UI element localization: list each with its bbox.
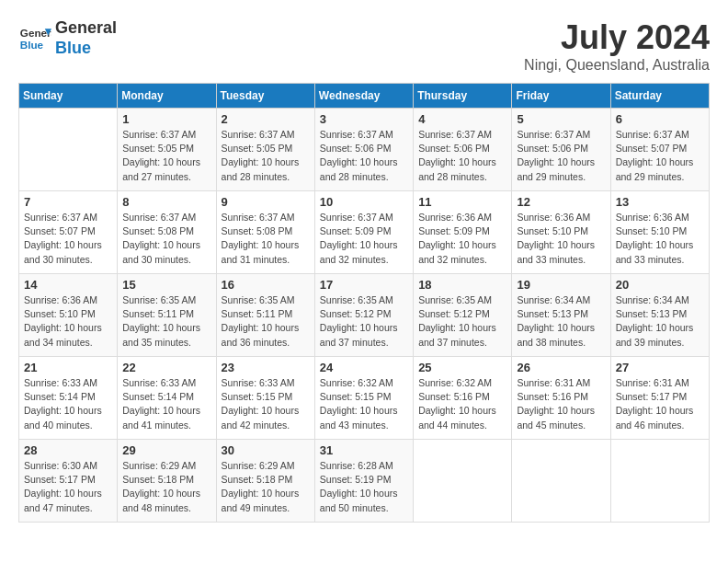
calendar-week-4: 21Sunrise: 6:33 AM Sunset: 5:14 PM Dayli…: [19, 357, 710, 440]
calendar-cell: 18Sunrise: 6:35 AM Sunset: 5:12 PM Dayli…: [414, 274, 512, 357]
calendar-cell: 23Sunrise: 6:33 AM Sunset: 5:15 PM Dayli…: [216, 357, 314, 440]
day-number: 9: [222, 195, 310, 209]
col-friday: Friday: [512, 84, 610, 109]
day-number: 3: [320, 112, 408, 126]
calendar-cell: 4Sunrise: 6:37 AM Sunset: 5:06 PM Daylig…: [414, 109, 512, 191]
day-info: Sunrise: 6:35 AM Sunset: 5:12 PM Dayligh…: [320, 293, 408, 350]
calendar-week-3: 14Sunrise: 6:36 AM Sunset: 5:10 PM Dayli…: [19, 274, 710, 357]
calendar-cell: 24Sunrise: 6:32 AM Sunset: 5:15 PM Dayli…: [314, 357, 413, 440]
calendar-week-2: 7Sunrise: 6:37 AM Sunset: 5:07 PM Daylig…: [19, 191, 710, 274]
day-info: Sunrise: 6:36 AM Sunset: 5:10 PM Dayligh…: [24, 293, 112, 350]
logo-general: General: [55, 18, 117, 37]
day-info: Sunrise: 6:34 AM Sunset: 5:13 PM Dayligh…: [517, 293, 605, 350]
calendar-cell: 22Sunrise: 6:33 AM Sunset: 5:14 PM Dayli…: [118, 357, 216, 440]
day-number: 31: [320, 443, 408, 457]
svg-text:General: General: [20, 27, 51, 39]
calendar-header: Sunday Monday Tuesday Wednesday Thursday…: [19, 84, 710, 109]
day-info: Sunrise: 6:33 AM Sunset: 5:15 PM Dayligh…: [222, 376, 310, 432]
day-info: Sunrise: 6:37 AM Sunset: 5:06 PM Dayligh…: [418, 128, 506, 184]
day-info: Sunrise: 6:37 AM Sunset: 5:08 PM Dayligh…: [122, 211, 210, 267]
col-saturday: Saturday: [610, 84, 709, 109]
col-sunday: Sunday: [19, 84, 118, 109]
calendar-cell: 27Sunrise: 6:31 AM Sunset: 5:17 PM Dayli…: [610, 357, 709, 440]
day-number: 4: [418, 112, 506, 126]
day-number: 17: [320, 278, 408, 292]
day-number: 20: [616, 278, 704, 292]
day-info: Sunrise: 6:33 AM Sunset: 5:14 PM Dayligh…: [122, 376, 210, 432]
day-number: 18: [418, 278, 506, 292]
day-info: Sunrise: 6:37 AM Sunset: 5:09 PM Dayligh…: [320, 211, 408, 267]
calendar-cell: [610, 440, 709, 523]
calendar-cell: 6Sunrise: 6:37 AM Sunset: 5:07 PM Daylig…: [610, 109, 709, 191]
day-info: Sunrise: 6:36 AM Sunset: 5:09 PM Dayligh…: [418, 211, 506, 267]
day-info: Sunrise: 6:31 AM Sunset: 5:17 PM Dayligh…: [616, 376, 704, 432]
day-info: Sunrise: 6:37 AM Sunset: 5:06 PM Dayligh…: [517, 128, 605, 184]
calendar-cell: 21Sunrise: 6:33 AM Sunset: 5:14 PM Dayli…: [19, 357, 118, 440]
logo-icon: General Blue: [18, 22, 51, 55]
day-info: Sunrise: 6:36 AM Sunset: 5:10 PM Dayligh…: [616, 211, 704, 267]
calendar-cell: 5Sunrise: 6:37 AM Sunset: 5:06 PM Daylig…: [512, 109, 610, 191]
day-number: 13: [616, 195, 704, 209]
day-info: Sunrise: 6:37 AM Sunset: 5:05 PM Dayligh…: [122, 128, 210, 184]
day-number: 22: [122, 361, 210, 374]
calendar-cell: 30Sunrise: 6:29 AM Sunset: 5:18 PM Dayli…: [216, 440, 314, 523]
day-number: 8: [122, 195, 210, 209]
day-number: 26: [517, 361, 605, 374]
calendar-cell: 14Sunrise: 6:36 AM Sunset: 5:10 PM Dayli…: [19, 274, 118, 357]
logo: General Blue General Blue: [18, 18, 117, 58]
page-header: General Blue General Blue July 2024 Ning…: [18, 18, 710, 74]
day-info: Sunrise: 6:30 AM Sunset: 5:17 PM Dayligh…: [24, 459, 112, 515]
day-number: 23: [222, 361, 310, 374]
day-info: Sunrise: 6:31 AM Sunset: 5:16 PM Dayligh…: [517, 376, 605, 432]
calendar-cell: [414, 440, 512, 523]
month-year-title: July 2024: [524, 18, 710, 57]
day-info: Sunrise: 6:33 AM Sunset: 5:14 PM Dayligh…: [24, 376, 112, 432]
day-number: 16: [222, 278, 310, 292]
calendar-cell: 25Sunrise: 6:32 AM Sunset: 5:16 PM Dayli…: [414, 357, 512, 440]
location-subtitle: Ningi, Queensland, Australia: [524, 57, 710, 74]
calendar-cell: 10Sunrise: 6:37 AM Sunset: 5:09 PM Dayli…: [314, 191, 413, 274]
day-info: Sunrise: 6:35 AM Sunset: 5:11 PM Dayligh…: [222, 293, 310, 350]
day-number: 28: [24, 443, 112, 457]
day-info: Sunrise: 6:36 AM Sunset: 5:10 PM Dayligh…: [517, 211, 605, 267]
day-number: 12: [517, 195, 605, 209]
day-info: Sunrise: 6:32 AM Sunset: 5:15 PM Dayligh…: [320, 376, 408, 432]
calendar-cell: 26Sunrise: 6:31 AM Sunset: 5:16 PM Dayli…: [512, 357, 610, 440]
calendar-cell: 1Sunrise: 6:37 AM Sunset: 5:05 PM Daylig…: [118, 109, 216, 191]
calendar-cell: 28Sunrise: 6:30 AM Sunset: 5:17 PM Dayli…: [19, 440, 118, 523]
logo-text: General Blue: [55, 18, 117, 58]
day-number: 15: [122, 278, 210, 292]
title-area: July 2024 Ningi, Queensland, Australia: [524, 18, 710, 74]
calendar-cell: 9Sunrise: 6:37 AM Sunset: 5:08 PM Daylig…: [216, 191, 314, 274]
day-info: Sunrise: 6:35 AM Sunset: 5:11 PM Dayligh…: [122, 293, 210, 350]
day-info: Sunrise: 6:37 AM Sunset: 5:08 PM Dayligh…: [222, 211, 310, 267]
day-info: Sunrise: 6:37 AM Sunset: 5:07 PM Dayligh…: [24, 211, 112, 267]
calendar-cell: 15Sunrise: 6:35 AM Sunset: 5:11 PM Dayli…: [118, 274, 216, 357]
day-info: Sunrise: 6:34 AM Sunset: 5:13 PM Dayligh…: [616, 293, 704, 350]
calendar-table: Sunday Monday Tuesday Wednesday Thursday…: [18, 83, 710, 523]
calendar-cell: [512, 440, 610, 523]
day-number: 5: [517, 112, 605, 126]
svg-text:Blue: Blue: [20, 38, 44, 50]
day-number: 30: [222, 443, 310, 457]
day-info: Sunrise: 6:35 AM Sunset: 5:12 PM Dayligh…: [418, 293, 506, 350]
day-info: Sunrise: 6:37 AM Sunset: 5:05 PM Dayligh…: [222, 128, 310, 184]
calendar-cell: 3Sunrise: 6:37 AM Sunset: 5:06 PM Daylig…: [314, 109, 413, 191]
day-number: 25: [418, 361, 506, 374]
calendar-cell: 2Sunrise: 6:37 AM Sunset: 5:05 PM Daylig…: [216, 109, 314, 191]
day-number: 10: [320, 195, 408, 209]
day-number: 21: [24, 361, 112, 374]
calendar-cell: 29Sunrise: 6:29 AM Sunset: 5:18 PM Dayli…: [118, 440, 216, 523]
calendar-body: 1Sunrise: 6:37 AM Sunset: 5:05 PM Daylig…: [19, 109, 710, 523]
day-number: 27: [616, 361, 704, 374]
day-number: 29: [122, 443, 210, 457]
day-number: 2: [222, 112, 310, 126]
calendar-cell: 12Sunrise: 6:36 AM Sunset: 5:10 PM Dayli…: [512, 191, 610, 274]
calendar-week-5: 28Sunrise: 6:30 AM Sunset: 5:17 PM Dayli…: [19, 440, 710, 523]
day-number: 6: [616, 112, 704, 126]
calendar-cell: 17Sunrise: 6:35 AM Sunset: 5:12 PM Dayli…: [314, 274, 413, 357]
day-number: 7: [24, 195, 112, 209]
header-row: Sunday Monday Tuesday Wednesday Thursday…: [19, 84, 710, 109]
col-thursday: Thursday: [414, 84, 512, 109]
logo-blue: Blue: [55, 39, 91, 57]
